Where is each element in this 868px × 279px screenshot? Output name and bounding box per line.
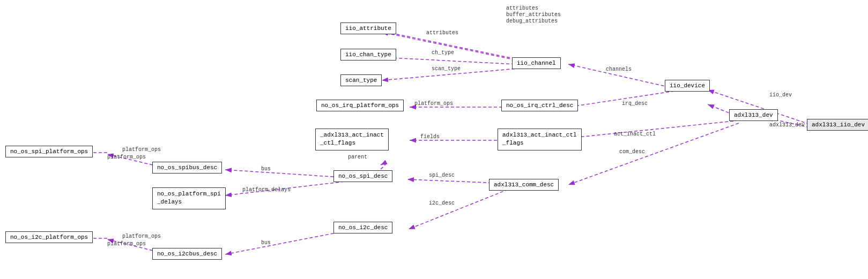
node-no-os-i2c-desc: no_os_i2c_desc — [333, 222, 392, 233]
label-attributes-chan: attributes — [426, 30, 458, 36]
label-bus-i2c: bus — [261, 240, 271, 246]
label-platform-ops-irq: platform_ops — [414, 101, 453, 107]
node-label-spi-delays-2: _delays — [157, 199, 182, 205]
diagram-container: adxl313_iio_dev adxl313_dev iio_device i… — [0, 0, 868, 279]
label-channels: channels — [606, 66, 632, 72]
label-platform-ops-spi-1: platform_ops — [122, 147, 161, 153]
label-platform-ops-i2c-2: platform_ops — [107, 241, 146, 247]
node-iio-channel: iio_channel — [512, 57, 561, 69]
label-spi-desc: spi_desc — [429, 172, 455, 178]
label-buffer-attributes: buffer_attributes — [506, 12, 561, 18]
node-adxl313-comm-desc: adxl313_comm_desc — [489, 179, 559, 191]
label-irq-desc: irq_desc — [622, 101, 648, 107]
node-no-os-spi-desc: no_os_spi_desc — [333, 170, 392, 182]
node-no-os-platform-spi-delays: no_os_platform_spi _delays — [152, 187, 226, 209]
svg-line-16 — [225, 170, 350, 178]
node-adxl313-dev: adxl313_dev — [729, 109, 778, 121]
node-label-line1: adxl313_act_inact_ctl — [502, 132, 577, 138]
label-platform-delays: platform_delays — [242, 187, 291, 193]
label-i2c-desc: i2c_desc — [429, 200, 455, 206]
node-no-os-spi-platform-ops: no_os_spi_platform_ops — [5, 146, 93, 157]
label-scan-type: scan_type — [432, 66, 461, 72]
label-act-inact-ctl: act_inact_ctl — [614, 131, 656, 137]
node-adxl313-act-inact-ctl-flags-inner: _adxl313_act_inact _ctl_flags — [315, 129, 389, 150]
node-label-line2b: _ctl_flags — [320, 140, 355, 146]
node-scan-type: scan_type — [340, 74, 382, 86]
label-fields: fields — [420, 134, 440, 140]
node-adxl313-act-inact-ctl-flags: adxl313_act_inact_ctl _flags — [498, 129, 582, 150]
node-label-spi-delays-1: no_os_platform_spi — [157, 191, 221, 197]
node-no-os-spibus-desc: no_os_spibus_desc — [152, 162, 222, 174]
node-no-os-i2c-platform-ops: no_os_i2c_platform_ops — [5, 231, 93, 243]
svg-line-20 — [225, 230, 350, 254]
label-bus-spi: bus — [261, 166, 271, 172]
label-parent: parent — [348, 154, 367, 160]
node-iio-chan-type: iio_chan_type — [340, 49, 396, 61]
label-iio-dev: iio_dev — [769, 92, 792, 98]
node-adxl313-iio-dev: adxl313_iio_dev — [807, 119, 868, 131]
svg-line-15 — [409, 187, 513, 229]
label-com-desc: com_desc — [619, 149, 645, 155]
node-iio-device: iio_device — [665, 80, 710, 92]
label-ch-type: ch_type — [432, 50, 454, 56]
node-iio-attribute: iio_attribute — [340, 22, 396, 34]
node-label-line1b: _adxl313_act_inact — [320, 132, 384, 138]
node-no-os-irq-platform-ops: no_os_irq_platform_ops — [316, 100, 404, 111]
node-no-os-i2cbus-desc: no_os_i2cbus_desc — [152, 248, 222, 260]
node-label-line2: _flags — [502, 140, 524, 146]
svg-line-7 — [568, 91, 674, 107]
node-no-os-irq-ctrl-desc: no_os_irq_ctrl_desc — [501, 100, 578, 111]
label-platform-ops-i2c-1: platform_ops — [122, 233, 161, 239]
label-adxl313-dev: adxl313_dev — [769, 122, 805, 128]
label-platform-ops-spi-2: platform_ops — [107, 154, 146, 160]
label-attributes-top: attributes — [506, 5, 538, 11]
label-debug-attributes: debug_attributes — [506, 18, 558, 24]
